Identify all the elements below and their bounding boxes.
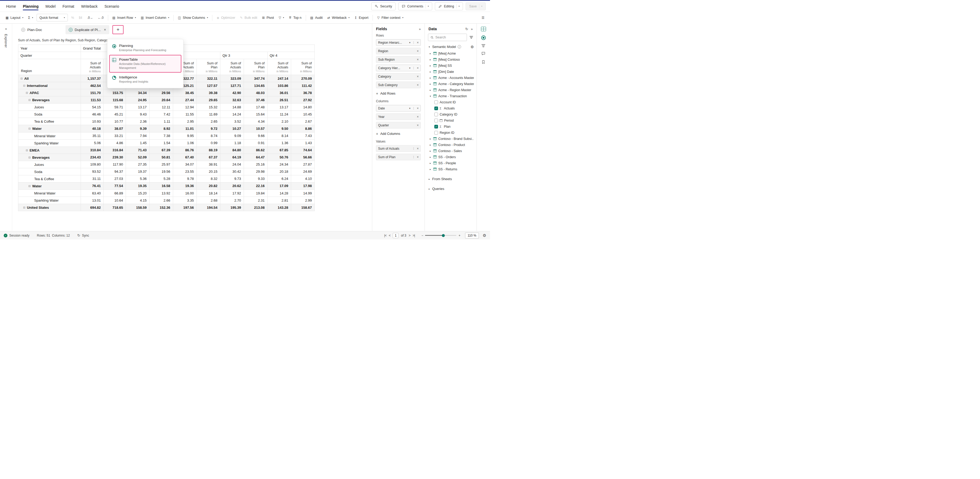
add-add-rows-button[interactable]: +Add Rows <box>376 91 421 96</box>
value-cell[interactable]: 23.55 <box>173 168 197 175</box>
toolbar-decrease-decimal[interactable]: ←.0 <box>95 14 106 22</box>
value-cell[interactable]: 9.39 <box>126 125 150 132</box>
value-cell[interactable]: 12.94 <box>173 103 197 111</box>
tree-item-contoso-sales[interactable]: ▸Contoso - Sales <box>425 148 476 154</box>
value-cell[interactable]: 38.91 <box>197 161 220 168</box>
row-label[interactable]: Mineral Water <box>18 190 81 197</box>
value-cell[interactable]: 86.62 <box>244 146 267 154</box>
value-cell[interactable]: 9.73 <box>220 175 244 182</box>
chevron-right-icon[interactable]: ▸ <box>429 144 432 146</box>
value-cell[interactable]: 158.67 <box>291 204 315 211</box>
value-cell[interactable]: 10.93 <box>81 118 104 125</box>
add-sheet-button[interactable]: + <box>113 25 124 34</box>
value-cell[interactable]: 153.75 <box>104 89 126 97</box>
kebab-icon[interactable]: ⋮ <box>412 147 415 150</box>
field-pill-region[interactable]: Region× <box>376 48 421 54</box>
value-cell[interactable]: 64.19 <box>220 154 244 161</box>
value-cell[interactable]: 1.18 <box>220 140 244 146</box>
value-cell[interactable]: 27.03 <box>104 175 126 182</box>
value-cell[interactable]: 111.53 <box>81 97 104 103</box>
tree-field-region-id[interactable]: Region ID <box>425 130 476 136</box>
value-cell[interactable]: 462.54 <box>81 82 104 89</box>
collapse-icon[interactable]: ⊟ <box>29 127 30 130</box>
value-cell[interactable]: 2.31 <box>244 197 267 204</box>
toolbar-layout[interactable]: ▦Layout▾ <box>3 14 26 22</box>
chevron-right-icon[interactable]: ▸ <box>429 70 432 73</box>
menu-item-model[interactable]: Model <box>42 1 59 12</box>
tree-item-acme-category-master[interactable]: ▸Acme - Category Master <box>425 81 476 87</box>
checkbox[interactable] <box>434 113 438 116</box>
value-cell[interactable]: 20.18 <box>267 168 291 175</box>
chevron-right-icon[interactable]: ▸ <box>429 82 432 85</box>
field-pill-sub-region[interactable]: Sub Region× <box>376 56 421 63</box>
value-cell[interactable]: 11.01 <box>173 125 197 132</box>
field-pill-date[interactable]: Date▾⋮× <box>376 105 421 111</box>
value-cell[interactable]: 14.28 <box>267 190 291 197</box>
value-cell[interactable]: 14.99 <box>291 190 315 197</box>
add-menu-item-planning[interactable]: PlanningEnterprise Planning and Forecast… <box>109 41 181 55</box>
value-cell[interactable]: 247.14 <box>267 75 291 82</box>
value-cell[interactable]: 56.66 <box>291 154 315 161</box>
value-cell[interactable]: 2.36 <box>126 118 150 125</box>
toolbar-show-columns[interactable]: ◫Show Columns▾ <box>175 14 210 22</box>
value-cell[interactable]: 10.45 <box>291 111 315 118</box>
tree-from-sheets[interactable]: ▸From Sheets <box>425 176 476 182</box>
value-cell[interactable]: 33.21 <box>104 132 126 140</box>
value-cell[interactable]: 117.90 <box>104 161 126 168</box>
value-cell[interactable]: 25.97 <box>150 161 173 168</box>
value-cell[interactable]: 323.09 <box>220 75 244 82</box>
field-pill-year[interactable]: Year× <box>376 113 421 120</box>
remove-icon[interactable]: × <box>417 115 419 119</box>
value-cell[interactable]: 19.36 <box>173 182 197 189</box>
value-cell[interactable]: 24.34 <box>267 161 291 168</box>
value-cell[interactable]: 195.39 <box>220 204 244 211</box>
collapse-icon[interactable]: ⊟ <box>29 156 30 159</box>
checkbox[interactable]: ✓ <box>434 125 438 128</box>
tree-item-acme-accounts-master[interactable]: ▸Acme - Accounts Master <box>425 75 476 81</box>
menu-item-scenario[interactable]: Scenario <box>101 1 123 12</box>
value-cell[interactable]: 27.87 <box>291 161 315 168</box>
field-pill-sub-category[interactable]: Sub Category× <box>376 82 421 88</box>
value-cell[interactable]: 8.32 <box>197 175 220 182</box>
value-cell[interactable]: 29.98 <box>244 168 267 175</box>
value-cell[interactable]: 16.58 <box>150 182 173 189</box>
zoom-out-button[interactable]: − <box>421 234 423 237</box>
chevron-down-icon[interactable]: ▾ <box>409 67 410 70</box>
tree-item-mea-acme[interactable]: ▸[Mea] Acme <box>425 50 476 56</box>
value-cell[interactable]: 35.11 <box>81 132 104 140</box>
value-cell[interactable]: 2.65 <box>197 118 220 125</box>
value-cell[interactable]: 5.06 <box>81 140 104 146</box>
value-cell[interactable]: 4.86 <box>104 140 126 146</box>
value-cell[interactable]: 151.70 <box>81 89 104 97</box>
search-field[interactable] <box>435 35 465 39</box>
value-cell[interactable]: 76.41 <box>81 182 104 189</box>
value-cell[interactable]: 9.09 <box>220 132 244 140</box>
value-cell[interactable]: 19.84 <box>244 190 267 197</box>
next-page-button[interactable]: > <box>409 234 410 237</box>
add-menu-item-powertable[interactable]: PowerTableActionable Data (Master/Refere… <box>109 55 181 73</box>
value-cell[interactable]: 127.71 <box>220 82 244 89</box>
row-label[interactable]: Soda <box>18 111 81 118</box>
value-cell[interactable]: 34.34 <box>126 89 150 97</box>
remove-icon[interactable]: × <box>417 155 419 159</box>
value-cell[interactable]: 17.09 <box>267 182 291 189</box>
value-cell[interactable]: 19.35 <box>126 182 150 189</box>
value-cell[interactable]: 9.72 <box>197 125 220 132</box>
security-button[interactable]: Security <box>371 2 396 10</box>
add-add-columns-button[interactable]: +Add Columns <box>376 132 421 136</box>
toolbar-pivot[interactable]: ⊞Pivot <box>259 14 276 22</box>
kebab-icon[interactable]: ⋮ <box>412 41 415 44</box>
value-cell[interactable]: 7.94 <box>126 132 150 140</box>
toolbar-export[interactable]: ↥Export <box>352 14 371 22</box>
row-label[interactable]: Soda <box>18 168 81 175</box>
comments-button[interactable]: Comments ▾ <box>398 2 432 10</box>
value-cell[interactable]: 20.15 <box>197 168 220 175</box>
value-cell[interactable]: 59.71 <box>104 103 126 111</box>
value-cell[interactable]: 9.43 <box>126 111 150 118</box>
value-cell[interactable]: 2.66 <box>150 197 173 204</box>
value-cell[interactable]: 9.78 <box>173 175 197 182</box>
chevron-right-icon[interactable]: ▸ <box>429 168 432 171</box>
value-cell[interactable]: 13.01 <box>81 197 104 204</box>
value-cell[interactable]: 270.09 <box>291 75 315 82</box>
value-cell[interactable]: 14.80 <box>291 103 315 111</box>
